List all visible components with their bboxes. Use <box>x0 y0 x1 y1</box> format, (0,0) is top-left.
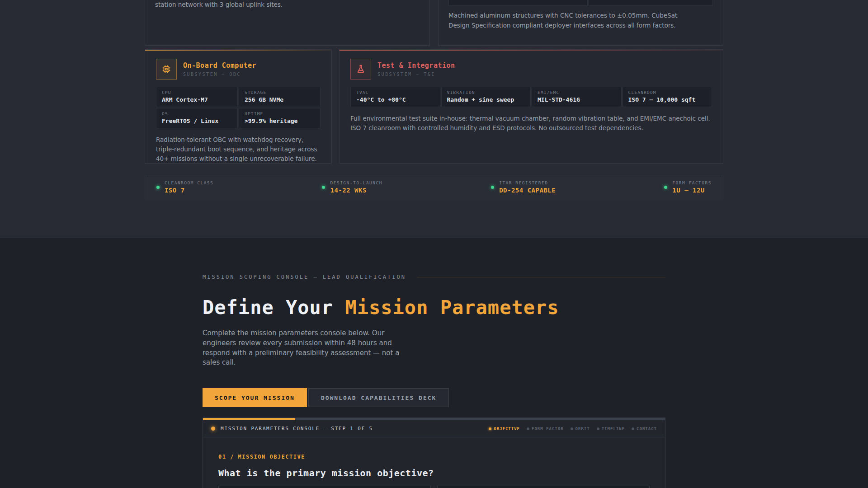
spec-label: OS <box>162 111 232 116</box>
stat-label: FORM FACTORS <box>672 180 712 185</box>
stat-value: 1U — 12U <box>672 187 712 194</box>
mission-tabs: SCOPE YOUR MISSION DOWNLOAD CAPABILITIES… <box>203 388 665 407</box>
step-orbit[interactable]: ORBIT <box>571 427 590 431</box>
obc-card-subtitle: SUBSYSTEM — OBC <box>183 72 256 77</box>
stat-design-to-launch: DESIGN-TO-LAUNCH 14-22 WKS <box>322 180 382 194</box>
spec-box-partial <box>448 0 588 6</box>
step-dot-icon <box>489 427 491 430</box>
structures-description: Machined aluminum structures with CNC to… <box>448 11 696 30</box>
console-body: 01 / MISSION OBJECTIVE What is the prima… <box>203 437 665 488</box>
section-intro-paragraph: Complete the mission parameters console … <box>203 328 419 368</box>
spec-vibration: VIBRATION Random + sine sweep <box>441 87 531 107</box>
step-dot-icon <box>597 427 599 430</box>
page-title: Define Your Mission Parameters <box>203 296 665 319</box>
step-contact[interactable]: CONTACT <box>632 427 657 431</box>
objective-option-card[interactable] <box>218 486 431 488</box>
ti-card-subtitle: SUBSYSTEM — T&I <box>377 72 455 77</box>
spec-os: OS FreeRTOS / Linux <box>156 108 238 128</box>
step-label: CONTACT <box>637 427 657 431</box>
spec-value: FreeRTOS / Linux <box>162 117 232 124</box>
spec-box-partial <box>589 0 713 6</box>
mission-scoping-section: MISSION SCOPING CONSOLE — LEAD QUALIFICA… <box>0 238 868 488</box>
capabilities-section: station network with 3 global uplink sit… <box>0 0 868 238</box>
step-dot-icon <box>632 427 634 430</box>
spec-value: 256 GB NVMe <box>245 96 315 103</box>
ti-card-title: Test & Integration <box>377 61 455 70</box>
spec-uptime: UPTIME >99.9% heritage <box>239 108 321 128</box>
objective-option-card[interactable] <box>437 486 650 488</box>
spec-value: Random + sine sweep <box>447 96 525 103</box>
stat-itar-registered: ITAR REGISTERED DD-254 CAPABLE <box>491 180 556 194</box>
obc-description: Radiation-tolerant OBC with watchdog rec… <box>156 135 321 164</box>
eyebrow-divider <box>417 277 665 277</box>
ground-segment-description-tail: station network with 3 global uplink sit… <box>155 0 420 9</box>
obc-card-header: On-Board Computer SUBSYSTEM — OBC <box>156 59 321 80</box>
step-dot-icon <box>571 427 573 430</box>
chip-icon <box>156 59 177 80</box>
spec-cleanroom: CLEANROOM ISO 7 — 10,000 sqft <box>623 87 712 107</box>
obc-card-title: On-Board Computer <box>183 61 256 70</box>
capability-row: On-Board Computer SUBSYSTEM — OBC CPU AR… <box>145 49 723 164</box>
page: station network with 3 global uplink sit… <box>0 0 868 488</box>
console-header: MISSION PARAMETERS CONSOLE — STEP 1 OF 5… <box>203 420 665 437</box>
spec-label: UPTIME <box>245 111 315 116</box>
objective-options <box>218 486 650 488</box>
tab-download-capabilities-deck[interactable]: DOWNLOAD CAPABILITIES DECK <box>308 388 449 407</box>
status-dot-icon <box>491 186 494 189</box>
stat-label: DESIGN-TO-LAUNCH <box>330 180 382 185</box>
stat-cleanroom-class: CLEANROOM CLASS ISO 7 <box>156 180 213 194</box>
stat-value: 14-22 WKS <box>330 187 382 194</box>
spec-value: -40°C to +80°C <box>356 96 434 103</box>
structures-card-partial: Machined aluminum structures with CNC to… <box>438 0 723 46</box>
eyebrow-row: MISSION SCOPING CONSOLE — LEAD QUALIFICA… <box>203 274 665 280</box>
flask-icon <box>350 59 371 80</box>
spec-label: CPU <box>162 90 232 95</box>
stat-value: ISO 7 <box>165 187 213 194</box>
obc-card: On-Board Computer SUBSYSTEM — OBC CPU AR… <box>145 49 332 164</box>
stat-form-factors: FORM FACTORS 1U — 12U <box>664 180 712 194</box>
status-dot-icon <box>156 186 160 189</box>
console-status-dot-icon <box>211 427 215 431</box>
tab-scope-your-mission[interactable]: SCOPE YOUR MISSION <box>203 388 307 407</box>
spec-tvac: TVAC -40°C to +80°C <box>350 87 440 107</box>
step-label: OBJECTIVE <box>494 427 520 431</box>
structures-spec-strip <box>448 0 713 6</box>
obc-accent-line <box>145 50 331 51</box>
spec-cpu: CPU ARM Cortex-M7 <box>156 87 238 107</box>
page-title-white: Define Your <box>203 296 345 319</box>
console-question: What is the primary mission objective? <box>218 468 650 479</box>
ti-spec-grid: TVAC -40°C to +80°C VIBRATION Random + s… <box>350 87 712 107</box>
step-objective[interactable]: OBJECTIVE <box>489 427 520 431</box>
step-form-factor[interactable]: FORM FACTOR <box>527 427 564 431</box>
stat-label: CLEANROOM CLASS <box>165 180 213 185</box>
stat-label: ITAR REGISTERED <box>499 180 556 185</box>
stats-bar: CLEANROOM CLASS ISO 7 DESIGN-TO-LAUNCH 1… <box>145 175 723 199</box>
ti-description: Full environmental test suite in-house: … <box>350 114 712 133</box>
spec-value: >99.9% heritage <box>245 117 315 124</box>
ground-segment-card-partial: station network with 3 global uplink sit… <box>145 0 430 46</box>
test-integration-card: Test & Integration SUBSYSTEM — T&I TVAC … <box>339 49 723 164</box>
spec-label: EMI/EMC <box>538 90 616 95</box>
step-timeline[interactable]: TIMELINE <box>597 427 625 431</box>
mission-parameters-console: MISSION PARAMETERS CONSOLE — STEP 1 OF 5… <box>203 418 665 488</box>
step-label: FORM FACTOR <box>532 427 564 431</box>
spec-label: TVAC <box>356 90 434 95</box>
console-step-indicators: OBJECTIVE FORM FACTOR ORBIT TIMELIN <box>489 427 657 431</box>
status-dot-icon <box>322 186 325 189</box>
section-eyebrow: MISSION SCOPING CONSOLE — LEAD QUALIFICA… <box>203 274 406 280</box>
spec-value: ISO 7 — 10,000 sqft <box>628 96 707 103</box>
console-title: MISSION PARAMETERS CONSOLE — STEP 1 OF 5 <box>221 426 373 432</box>
capability-row-partial: station network with 3 global uplink sit… <box>145 0 723 46</box>
stat-value: DD-254 CAPABLE <box>499 187 556 194</box>
spec-label: VIBRATION <box>447 90 525 95</box>
spec-value: ARM Cortex-M7 <box>162 96 232 103</box>
step-heading: 01 / MISSION OBJECTIVE <box>218 454 650 460</box>
ti-card-header: Test & Integration SUBSYSTEM — T&I <box>350 59 712 80</box>
spec-storage: STORAGE 256 GB NVMe <box>239 87 321 107</box>
step-label: TIMELINE <box>602 427 625 431</box>
step-label: ORBIT <box>576 427 590 431</box>
spec-label: STORAGE <box>245 90 315 95</box>
spec-emi-emc: EMI/EMC MIL-STD-461G <box>532 87 622 107</box>
status-dot-icon <box>664 186 667 189</box>
obc-spec-grid: CPU ARM Cortex-M7 STORAGE 256 GB NVMe OS… <box>156 87 321 128</box>
